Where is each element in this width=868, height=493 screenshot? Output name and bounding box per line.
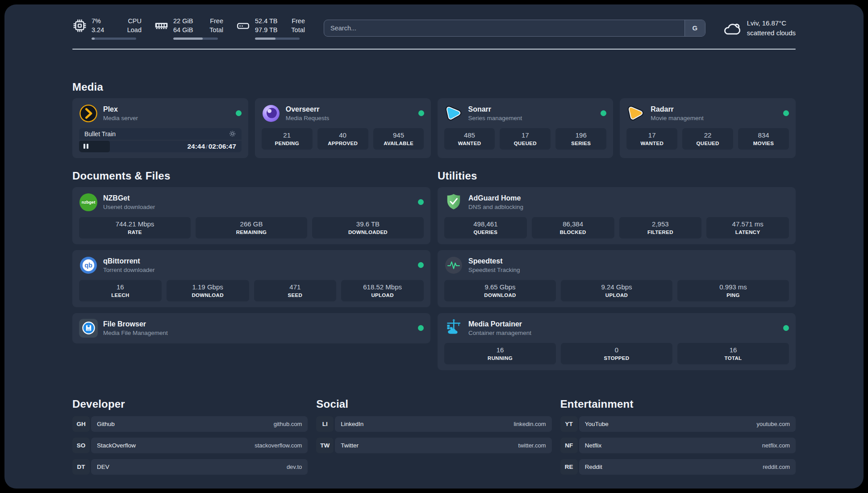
card-plex[interactable]: Plex Media server Bullet Train — [72, 98, 248, 158]
stat-download: 1.19 Gbps DOWNLOAD — [167, 280, 249, 301]
stat-total: 16 TOTAL — [677, 343, 789, 364]
cpu-usage-label: CPU — [124, 17, 142, 25]
bookmark-url: github.com — [274, 421, 302, 427]
card-filebrowser[interactable]: File Browser Media File Management — [72, 313, 430, 343]
bookmark-name: Netflix — [585, 442, 602, 449]
disk-free-value: 52.4 TB — [255, 17, 280, 25]
stat-wanted: 17 WANTED — [626, 128, 677, 150]
bookmark-github[interactable]: GH Github github.com — [72, 416, 308, 432]
card-title: Overseerr — [286, 105, 330, 113]
status-online-dot — [418, 110, 424, 116]
stat-filtered: 2,953 FILTERED — [619, 217, 702, 238]
stat-wanted: 485 WANTED — [444, 128, 495, 150]
section-title-documents: Documents & Files — [72, 170, 430, 182]
status-online-dot — [418, 199, 424, 205]
utilities-column: Utilities — [438, 170, 796, 370]
card-title: Radarr — [651, 105, 704, 113]
bookmark-url: stackoverflow.com — [255, 442, 302, 449]
bookmark-twitter[interactable]: TW Twitter twitter.com — [316, 438, 551, 453]
stat-movies: 834 MOVIES — [738, 128, 789, 150]
pause-button[interactable] — [79, 141, 88, 152]
card-speedtest[interactable]: Speedtest Speedtest Tracking 9.65 Gbps D… — [438, 250, 796, 307]
stat-available: 945 AVAILABLE — [373, 128, 424, 150]
bookmark-url: dev.to — [287, 464, 302, 470]
stat-download: 9.65 Gbps DOWNLOAD — [444, 280, 556, 301]
card-title: qBittorrent — [103, 257, 155, 265]
card-qbittorrent[interactable]: qb qBittorrent Torrent downloader — [72, 250, 430, 307]
bookmark-name: YouTube — [585, 421, 609, 427]
now-playing-title: Bullet Train — [84, 130, 116, 138]
weather-description: scattered clouds — [747, 28, 796, 38]
card-subtitle: Series management — [468, 115, 522, 121]
disk-total-label: Total — [287, 25, 305, 34]
bookmark-reddit[interactable]: RE Reddit reddit.com — [560, 459, 796, 475]
stat-upload: 618.52 Mbps UPLOAD — [341, 280, 424, 301]
card-sonarr[interactable]: Sonarr Series management 485 WANTED 17 Q… — [438, 98, 613, 158]
radarr-icon — [626, 104, 645, 123]
stat-remaining: 266 GB REMAINING — [196, 217, 307, 238]
bookmark-url: netflix.com — [762, 442, 790, 449]
bookmark-stackoverflow[interactable]: SO StackOverflow stackoverflow.com — [72, 438, 308, 453]
cpu-progress-track — [92, 38, 136, 40]
card-title: Sonarr — [468, 105, 522, 113]
cpu-usage-value: 7% — [92, 17, 117, 25]
stat-queries: 498,461 QUERIES — [444, 217, 527, 238]
bookmark-linkedin[interactable]: LI LinkedIn linkedin.com — [316, 416, 551, 432]
system-stats: 7% 3.24 CPU Load — [72, 17, 305, 40]
header-divider — [72, 49, 796, 50]
ram-progress-fill — [173, 38, 203, 40]
stat-pending: 21 PENDING — [262, 128, 313, 150]
ram-progress-track — [173, 38, 218, 40]
bookmark-dev[interactable]: DT DEV dev.to — [72, 459, 308, 475]
social-column: Social LI LinkedIn linkedin.com TW Twitt… — [316, 398, 551, 453]
playback-total: 02:06:47 — [209, 142, 236, 150]
nzbget-icon: nzbget — [79, 193, 98, 212]
card-subtitle: Speedtest Tracking — [468, 267, 520, 273]
bookmark-youtube[interactable]: YT YouTube youtube.com — [560, 416, 796, 432]
bookmark-url: reddit.com — [763, 464, 790, 470]
bookmark-url: linkedin.com — [513, 421, 546, 427]
bookmark-url: twitter.com — [518, 442, 546, 449]
cpu-progress-fill — [92, 38, 95, 40]
bookmark-url: youtube.com — [757, 421, 790, 427]
ram-free-value: 22 GiB — [173, 17, 198, 25]
bookmark-name: Twitter — [341, 442, 359, 449]
status-online-dot — [418, 262, 424, 268]
bookmark-name: LinkedIn — [341, 421, 363, 427]
disk-total-value: 97.9 TB — [255, 25, 280, 34]
plex-icon — [79, 104, 98, 123]
status-online-dot — [236, 110, 242, 116]
card-subtitle: DNS and adblocking — [468, 204, 523, 210]
card-subtitle: Torrent downloader — [103, 267, 155, 273]
card-radarr[interactable]: Radarr Movie management 17 WANTED 22 QUE… — [620, 98, 796, 158]
netflix-abbr-icon: NF — [560, 438, 578, 453]
playback-time: 24:44/02:06:47 — [187, 142, 236, 150]
stat-downloaded: 39.6 TB DOWNLOADED — [312, 217, 424, 238]
linkedin-abbr-icon: LI — [316, 416, 334, 432]
status-online-dot — [783, 110, 789, 116]
search-input[interactable] — [324, 20, 684, 36]
section-title-developer: Developer — [72, 398, 308, 410]
card-title: AdGuard Home — [468, 194, 523, 202]
search-engine-button[interactable]: G — [684, 20, 705, 36]
card-overseerr[interactable]: Overseerr Media Requests 21 PENDING 40 A… — [255, 98, 431, 158]
stat-blocked: 86,384 BLOCKED — [532, 217, 614, 238]
github-abbr-icon: GH — [72, 416, 90, 432]
sonarr-icon — [444, 104, 463, 123]
ram-total-value: 64 GiB — [173, 25, 198, 34]
stat-ping: 0.993 ms PING — [677, 280, 789, 301]
disk-progress-track — [255, 38, 300, 40]
adguard-icon — [444, 193, 463, 212]
developer-column: Developer GH Github github.com SO StackO… — [72, 398, 308, 475]
card-portainer[interactable]: Media Portainer Container management 16 … — [438, 313, 796, 370]
card-nzbget[interactable]: nzbget NZBGet Usenet downloader 744.21 M… — [72, 187, 430, 244]
playback-current: 24:44 — [187, 142, 205, 150]
bookmark-netflix[interactable]: NF Netflix netflix.com — [560, 438, 796, 453]
status-online-dot — [601, 110, 606, 116]
card-subtitle: Media Requests — [286, 115, 330, 121]
stat-running: 16 RUNNING — [444, 343, 556, 364]
bookmark-name: StackOverflow — [97, 442, 136, 449]
disk-free-label: Free — [287, 17, 305, 25]
gear-icon[interactable] — [229, 130, 236, 138]
card-adguard[interactable]: AdGuard Home DNS and adblocking 498,461 … — [438, 187, 796, 244]
